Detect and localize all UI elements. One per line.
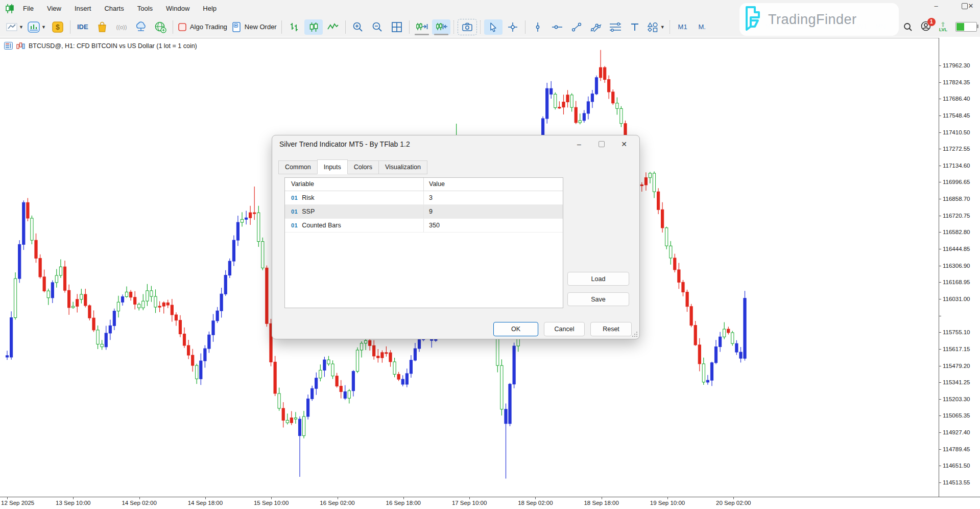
tab-inputs[interactable]: Inputs [317,159,348,174]
date-axis-tick [139,497,140,499]
date-axis-tick [535,497,536,499]
price-axis-tick [939,316,941,316]
date-axis-tick [469,497,470,499]
chart-type-button[interactable]: ▼ [5,19,25,35]
price-axis-tick [939,382,941,383]
zoom-out-button[interactable] [368,19,387,35]
input-row-ssp[interactable]: 01 SSP 9 [285,205,563,219]
price-axis-tick [939,432,941,433]
price-axis-label: 114927.40 [943,429,970,435]
menu-item-file[interactable]: File [16,0,40,17]
tab-visualization[interactable]: Visualization [378,160,427,174]
date-axis-tick [667,497,668,499]
cancel-button[interactable]: Cancel [544,322,585,336]
market-bag-button[interactable] [93,19,111,35]
cursor-button[interactable] [484,19,503,35]
signal-button[interactable]: ((o)) [112,19,131,35]
menu-item-charts[interactable]: Charts [98,0,130,17]
price-axis-tick [939,65,941,66]
numeric-input-icon: 01 [291,219,298,232]
auto-scroll-button[interactable] [432,19,450,35]
dialog-maximize-button[interactable] [590,136,613,152]
channel-button[interactable] [587,19,605,35]
tab-common[interactable]: Common [278,160,318,174]
price-axis-label: 116720.75 [943,213,970,219]
dollar-button[interactable]: $ [49,19,67,35]
menu-item-tools[interactable]: Tools [131,0,159,17]
line-chart-button[interactable] [324,19,342,35]
tile-windows-button[interactable] [388,19,406,35]
crosshair-button[interactable] [504,19,522,35]
fibo-lines-button[interactable] [606,19,625,35]
timeframe-m5-button[interactable]: M. [693,19,711,35]
cloud-button[interactable] [132,19,150,35]
load-button[interactable]: Load [567,272,629,286]
price-axis-label: 117686.40 [943,96,970,102]
depth-of-market-icon[interactable] [16,42,25,50]
menu-item-help[interactable]: Help [196,0,223,17]
horizontal-line-button[interactable] [548,19,566,35]
dialog-minimize-button[interactable]: – [568,136,590,152]
price-axis-label: 116858.70 [943,196,970,202]
reset-button[interactable]: Reset [590,322,632,336]
window-maximize-button[interactable] [948,2,959,10]
level-up-arrow-icon: ⇧ [941,22,946,27]
chart-shift-button[interactable] [413,19,431,35]
mt5-window: FileViewInsertChartsToolsWindowHelp – ✕ … [0,0,980,509]
ok-button[interactable]: OK [493,322,538,336]
save-button[interactable]: Save [567,292,629,306]
window-controls: – ✕ [931,2,976,10]
date-axis-tick [73,497,74,499]
input-value[interactable]: 3 [424,191,563,204]
screenshot-button[interactable] [458,19,477,35]
date-axis[interactable]: 12 Sep 202513 Sep 10:0014 Sep 02:0014 Se… [0,497,980,509]
community-add-button[interactable] [151,19,170,35]
window-minimize-button[interactable]: – [931,2,941,10]
timeframe-m1-button[interactable]: M1 [674,19,692,35]
shapes-button[interactable]: ▼ [645,19,666,35]
menu-item-insert[interactable]: Insert [68,0,98,17]
date-axis-tick [602,497,602,499]
input-value[interactable]: 350 [424,219,563,232]
ide-button[interactable]: IDE [74,19,92,35]
price-axis-label: 115755.10 [943,329,970,335]
user-account-button[interactable]: 1 [921,21,931,33]
candlestick-button[interactable] [304,19,323,35]
algo-trading-button[interactable]: Algo Trading [176,19,229,35]
text-tool-button[interactable] [626,19,644,35]
one-click-trading-icon[interactable] [4,42,13,50]
tab-colors[interactable]: Colors [347,160,379,174]
price-axis-label: 115617.15 [943,346,970,352]
fibo-lines-icon [609,21,622,33]
menu-item-window[interactable]: Window [159,0,196,17]
input-value[interactable]: 9 [424,205,563,218]
trendline-button[interactable] [567,19,586,35]
new-order-button[interactable]: New Order [230,19,278,35]
price-axis-tick [939,99,941,99]
toolbar-separator [480,20,481,34]
algo-trading-icon [178,22,187,32]
search-icon[interactable] [903,22,913,32]
vertical-line-button[interactable] [529,19,547,35]
input-row-counted-bars[interactable]: 01 Counted Bars 350 [285,219,563,233]
price-axis-tick [939,482,941,483]
line-chart-icon [327,22,339,32]
date-axis-tick [338,497,338,499]
market-watch-button[interactable]: ▼ [26,19,47,35]
price-axis-label: 114513.55 [943,479,970,485]
menu-item-view[interactable]: View [40,0,68,17]
input-variable-name: Counted Bars [302,219,341,232]
price-axis-label: 117962.30 [943,62,970,68]
input-variable-name: Risk [302,191,314,204]
price-axis-label: 117548.45 [943,112,970,119]
zoom-in-button[interactable] [349,19,367,35]
bar-chart-button[interactable] [285,19,303,35]
date-axis-label: 16 Sep 02:00 [320,500,354,506]
price-axis-tick [939,466,941,466]
input-row-risk[interactable]: 01 Risk 3 [285,191,563,205]
zoom-out-icon [372,21,383,33]
price-axis-tick [939,299,941,299]
dialog-close-button[interactable]: ✕ [613,136,635,152]
dialog-resize-grip[interactable] [632,331,637,337]
price-axis-tick [939,232,941,233]
